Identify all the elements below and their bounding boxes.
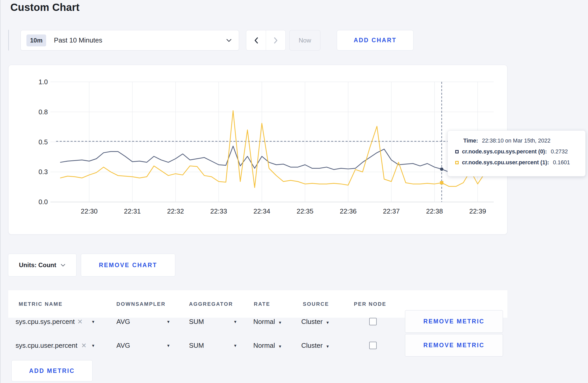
caret-down-icon: ▼ <box>326 344 330 349</box>
svg-text:22:32: 22:32 <box>167 208 184 215</box>
caret-down-icon: ▼ <box>278 344 282 349</box>
add-chart-button[interactable]: ADD CHART <box>337 30 414 51</box>
per-node-checkbox[interactable] <box>369 342 377 349</box>
caret-down-icon[interactable]: ▼ <box>91 320 95 324</box>
tooltip-series-label: cr.node.sys.cpu.user.percent (1): <box>462 159 549 166</box>
remove-metric-button[interactable]: REMOVE METRIC <box>405 334 503 357</box>
metric-row: sys.cpu.user.percent ✕ ▼ AVG ▼ SUM ▼ Nor… <box>8 334 507 357</box>
clear-metric-icon[interactable]: ✕ <box>81 342 87 349</box>
source-value: Cluster <box>301 342 323 349</box>
rate-select[interactable]: Normal▼ <box>253 318 282 326</box>
per-node-checkbox[interactable] <box>369 318 377 325</box>
time-range-select[interactable]: 10m Past 10 Minutes <box>20 30 239 51</box>
now-button[interactable]: Now <box>289 30 320 51</box>
svg-text:22:37: 22:37 <box>383 208 400 215</box>
col-header-source: SOURCE <box>303 301 329 307</box>
svg-text:22:30: 22:30 <box>81 208 98 215</box>
rate-value: Normal <box>253 318 275 325</box>
add-metric-button[interactable]: ADD METRIC <box>11 360 93 381</box>
svg-text:0.8: 0.8 <box>38 108 48 116</box>
tooltip-series-label: cr.node.sys.cpu.sys.percent (0): <box>462 148 547 155</box>
chart-panel[interactable]: 0.00.30.50.81.022:3022:3122:3222:3322:34… <box>8 65 507 235</box>
svg-text:22:33: 22:33 <box>210 208 227 215</box>
next-range-button[interactable] <box>266 30 285 50</box>
chevron-left-icon <box>253 37 259 44</box>
rate-value: Normal <box>253 342 275 349</box>
svg-text:22:35: 22:35 <box>297 208 313 215</box>
source-select[interactable]: Cluster▼ <box>301 342 330 350</box>
col-header-metric-name: METRIC NAME <box>19 301 63 307</box>
user-series-swatch-icon <box>455 161 459 164</box>
caret-down-icon: ▼ <box>278 320 282 325</box>
chevron-right-icon <box>273 37 279 44</box>
units-label: Units: Count <box>19 261 56 269</box>
tooltip-time-label: Time: <box>463 138 478 144</box>
caret-down-icon[interactable]: ▼ <box>233 343 237 348</box>
caret-down-icon[interactable]: ▼ <box>166 320 170 324</box>
chevron-down-icon <box>226 38 232 42</box>
metric-row: sys.cpu.sys.percent ✕ ▼ AVG ▼ SUM ▼ Norm… <box>8 310 507 333</box>
toolbar-divider <box>8 30 9 51</box>
metric-name-select[interactable]: sys.cpu.user.percent <box>16 342 77 350</box>
time-range-label: Past 10 Minutes <box>54 36 226 44</box>
svg-text:22:36: 22:36 <box>340 208 357 215</box>
timeseries-chart[interactable]: 0.00.30.50.81.022:3022:3122:3222:3322:34… <box>9 65 507 234</box>
tooltip-time-value: 22:38:10 on Mar 15th, 2022 <box>482 138 550 144</box>
aggregator-select[interactable]: SUM <box>189 342 204 350</box>
caret-down-icon[interactable]: ▼ <box>233 320 237 324</box>
svg-text:0.3: 0.3 <box>38 168 48 175</box>
tooltip-series-row: cr.node.sys.cpu.user.percent (1): 0.1601 <box>455 159 579 166</box>
downsampler-select[interactable]: AVG <box>116 342 130 350</box>
prev-range-button[interactable] <box>246 30 266 50</box>
aggregator-select[interactable]: SUM <box>189 318 204 326</box>
source-select[interactable]: Cluster▼ <box>301 318 330 326</box>
col-header-aggregator: AGGREGATOR <box>189 301 233 307</box>
clear-metric-icon[interactable]: ✕ <box>77 318 83 325</box>
remove-chart-button[interactable]: REMOVE CHART <box>81 254 175 276</box>
tooltip-series-value: 0.2732 <box>551 148 568 155</box>
svg-text:0.5: 0.5 <box>38 138 48 146</box>
col-header-per-node: PER NODE <box>354 301 386 307</box>
time-nav-group <box>246 30 286 51</box>
svg-text:22:39: 22:39 <box>469 208 486 215</box>
chevron-down-icon <box>60 264 66 267</box>
page-title: Custom Chart <box>10 2 80 13</box>
svg-text:22:34: 22:34 <box>254 208 270 215</box>
remove-metric-button[interactable]: REMOVE METRIC <box>405 310 503 333</box>
caret-down-icon[interactable]: ▼ <box>91 343 95 348</box>
caret-down-icon[interactable]: ▼ <box>166 343 170 348</box>
caret-down-icon: ▼ <box>326 320 330 325</box>
time-range-badge: 10m <box>26 34 46 46</box>
svg-text:0.0: 0.0 <box>38 198 48 205</box>
sys-series-swatch-icon <box>455 150 459 153</box>
col-header-rate: RATE <box>254 301 270 307</box>
units-select[interactable]: Units: Count <box>8 254 76 276</box>
chart-tooltip: Time: 22:38:10 on Mar 15th, 2022 cr.node… <box>447 130 586 176</box>
col-header-downsampler: DOWNSAMPLER <box>116 301 166 307</box>
downsampler-select[interactable]: AVG <box>116 318 130 326</box>
metric-name-select[interactable]: sys.cpu.sys.percent <box>16 318 75 326</box>
svg-text:1.0: 1.0 <box>38 78 48 86</box>
source-value: Cluster <box>301 318 323 325</box>
rate-select[interactable]: Normal▼ <box>253 342 282 350</box>
svg-text:22:38: 22:38 <box>426 208 443 215</box>
tooltip-series-value: 0.1601 <box>553 159 570 166</box>
tooltip-time-row: Time: 22:38:10 on Mar 15th, 2022 <box>455 138 579 144</box>
svg-text:22:31: 22:31 <box>124 208 141 215</box>
tooltip-series-row: cr.node.sys.cpu.sys.percent (0): 0.2732 <box>455 148 579 155</box>
